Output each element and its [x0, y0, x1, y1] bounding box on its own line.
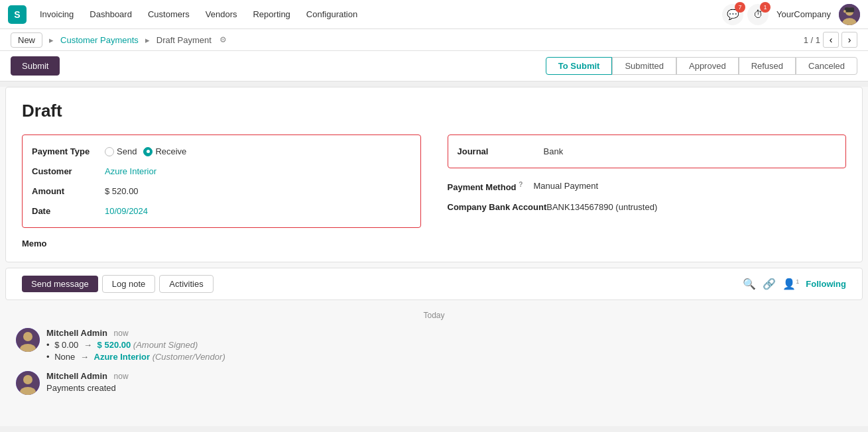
step-submitted[interactable]: Submitted [612, 57, 676, 75]
chatter-actions: Send message Log note Activities 🔍 🔗 👤1 … [22, 275, 846, 293]
customer-value[interactable]: Azure Interior [105, 166, 156, 176]
customer-label: Customer [32, 166, 105, 176]
nav-customers[interactable]: Customers [141, 7, 196, 22]
radio-send[interactable]: Send [105, 146, 137, 156]
payment-method-label: Payment Method ? [448, 181, 534, 192]
prev-page-button[interactable]: ‹ [823, 32, 839, 48]
form-card: Draft Payment Type Send [5, 87, 863, 262]
radio-send-circle [105, 147, 114, 156]
payment-method-row: Payment Method ? Manual Payment [448, 176, 847, 197]
payment-type-label: Payment Type [32, 146, 105, 156]
log-note-button[interactable]: Log note [102, 275, 156, 293]
svg-point-9 [23, 375, 32, 384]
timer-badge: 1 [760, 2, 771, 13]
status-bar: Submit To Submit Submitted Approved Refu… [0, 51, 868, 81]
company-bank-value: BANK134567890 (untrusted) [546, 202, 657, 212]
draft-title: Draft [22, 101, 846, 121]
search-icon[interactable]: 🔍 [743, 278, 756, 290]
memo-label: Memo [22, 239, 47, 248]
pagination-count: 1 / 1 [804, 35, 820, 45]
form-right: Journal Bank Payment Method ? Manual Pay… [448, 135, 847, 248]
form-section: Payment Type Send Receive [22, 135, 846, 248]
timeline-avatar-2 [16, 371, 40, 395]
date-label: Date [32, 206, 105, 216]
radio-receive-label: Receive [155, 146, 186, 156]
follower-icon[interactable]: 👤1 [782, 278, 799, 290]
status-steps: To Submit Submitted Approved Refused Can… [546, 57, 857, 75]
radio-receive[interactable]: Receive [143, 146, 186, 156]
nav-reporting[interactable]: Reporting [246, 7, 296, 22]
form-left: Payment Type Send Receive [22, 135, 421, 248]
payment-type-row: Payment Type Send Receive [32, 142, 411, 162]
radio-receive-circle [143, 147, 153, 156]
breadcrumb-sep: ▸ [145, 35, 150, 45]
svg-rect-4 [843, 9, 846, 12]
timeline-time-2: now [114, 372, 129, 381]
journal-value[interactable]: Bank [544, 146, 564, 156]
svg-rect-3 [845, 7, 854, 12]
step-refused[interactable]: Refused [739, 57, 796, 75]
timeline: Today Mitchell Admin now • $ 0.00 → $ 52… [0, 300, 868, 409]
step-to-submit[interactable]: To Submit [546, 57, 613, 75]
step-canceled[interactable]: Canceled [796, 57, 857, 75]
nav-invoicing[interactable]: Invoicing [33, 7, 80, 22]
amount-value: $ 520.00 [105, 186, 139, 196]
next-page-button[interactable]: › [841, 32, 857, 48]
company-bank-row: Company Bank Account BANK134567890 (untr… [448, 197, 847, 217]
nav-vendors[interactable]: Vendors [199, 7, 244, 22]
radio-send-label: Send [117, 146, 137, 156]
timeline-author-1: Mitchell Admin [46, 328, 107, 338]
follower-count: 1 [796, 278, 799, 285]
timeline-date: Today [16, 311, 852, 320]
left-field-box: Payment Type Send Receive [22, 135, 421, 228]
memo-section: Memo [22, 239, 421, 248]
submit-button[interactable]: Submit [11, 56, 60, 76]
chatter-bar: Send message Log note Activities 🔍 🔗 👤1 … [5, 268, 863, 300]
breadcrumb-current: Draft Payment [156, 35, 212, 45]
nav-configuration[interactable]: Configuration [300, 7, 364, 22]
topnav: S Invoicing Dashboard Customers Vendors … [0, 0, 868, 29]
step-approved[interactable]: Approved [676, 57, 739, 75]
notification-bell[interactable]: 💬 7 [722, 4, 743, 25]
topnav-icons: 💬 7 ⏱ 1 YourCompany [722, 4, 860, 25]
timeline-change-1b: • None → Azure Interior (Customer/Vendor… [46, 352, 852, 362]
company-bank-label: Company Bank Account [448, 202, 547, 212]
breadcrumb-parent[interactable]: Customer Payments [60, 35, 139, 45]
breadcrumb-left: New ▸ Customer Payments ▸ Draft Payment … [11, 32, 227, 48]
journal-label: Journal [458, 146, 544, 156]
payment-method-value: Manual Payment [534, 181, 599, 191]
nav-dashboard[interactable]: Dashboard [83, 7, 139, 22]
amount-row: Amount $ 520.00 [32, 182, 411, 201]
chatter-right: 🔍 🔗 👤1 Following [743, 278, 846, 290]
journal-row: Journal Bank [458, 142, 837, 161]
breadcrumb-separator: ▸ [49, 35, 54, 45]
date-value[interactable]: 10/09/2024 [105, 206, 148, 216]
app-logo[interactable]: S [8, 5, 27, 24]
activities-button[interactable]: Activities [159, 275, 213, 293]
pagination: 1 / 1 ‹ › [804, 32, 857, 48]
user-avatar[interactable] [839, 4, 860, 25]
timeline-body-1: Mitchell Admin now • $ 0.00 → $ 520.00 (… [46, 328, 852, 362]
payment-method-help[interactable]: ? [519, 181, 523, 188]
timeline-avatar-1 [16, 328, 40, 352]
main-content: Draft Payment Type Send [0, 87, 868, 426]
company-name[interactable]: YourCompany [776, 9, 831, 19]
amount-label: Amount [32, 186, 105, 196]
settings-gear-icon[interactable]: ⚙ [219, 35, 227, 44]
following-button[interactable]: Following [806, 279, 846, 289]
timeline-change-1a: • $ 0.00 → $ 520.00 (Amount Signed) [46, 340, 852, 350]
send-message-button[interactable]: Send message [22, 276, 98, 292]
timeline-entry-1: Mitchell Admin now • $ 0.00 → $ 520.00 (… [16, 328, 852, 362]
timeline-message-2: Payments created [46, 383, 852, 393]
customer-row: Customer Azure Interior [32, 162, 411, 182]
notification-badge: 7 [735, 2, 745, 13]
timeline-body-2: Mitchell Admin now Payments created [46, 371, 852, 393]
journal-box: Journal Bank [448, 135, 847, 168]
timeline-entry-2: Mitchell Admin now Payments created [16, 371, 852, 395]
attachment-icon[interactable]: 🔗 [763, 278, 776, 290]
date-row: Date 10/09/2024 [32, 201, 411, 221]
timer-icon[interactable]: ⏱ 1 [747, 4, 769, 25]
payment-type-radios: Send Receive [105, 146, 186, 156]
svg-point-6 [23, 332, 32, 341]
new-button[interactable]: New [11, 32, 42, 48]
